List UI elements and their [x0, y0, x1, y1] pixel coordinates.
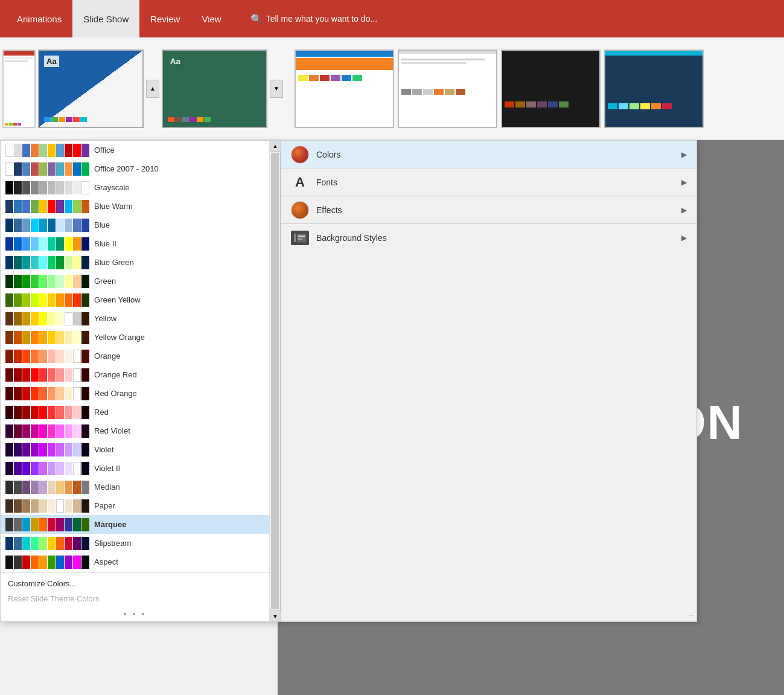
submenu-effects-arrow: ▶ [681, 206, 687, 214]
list-item-green[interactable]: Green [1, 272, 269, 290]
search-icon: 🔍 [250, 13, 263, 25]
list-item-red[interactable]: Red [1, 403, 269, 421]
list-item-median[interactable]: Median [1, 478, 269, 496]
label-violet: Violet [94, 445, 113, 454]
theme-thumb-1[interactable] [295, 50, 394, 128]
color-list-panel: Office Office 2007 - 2010 [0, 140, 281, 622]
label-marquee: Marquee [94, 520, 126, 529]
list-item-blue-warm[interactable]: Blue Warm [1, 197, 269, 216]
theme-thumb-4[interactable] [604, 50, 704, 128]
submenu-item-bgstyles[interactable]: Background Styles ▶ [281, 224, 696, 252]
list-item-red-violet[interactable]: Red Violet [1, 421, 269, 440]
label-median: Median [94, 482, 120, 492]
ribbon: Animations Slide Show Review View 🔍 Tell… [0, 0, 784, 37]
list-item-orange-red[interactable]: Orange Red [1, 365, 269, 384]
label-paper: Paper [94, 501, 115, 510]
label-violet-ii: Violet II [94, 464, 120, 473]
tab-view[interactable]: View [191, 0, 232, 37]
submenu-colors-arrow: ▶ [681, 150, 687, 159]
list-item-red-orange[interactable]: Red Orange [1, 384, 269, 403]
label-yellow-orange: Yellow Orange [94, 333, 145, 342]
submenu-colors-label: Colors [316, 150, 681, 159]
label-office: Office [94, 146, 115, 155]
submenu-bgstyles-label: Background Styles [316, 233, 681, 243]
list-item-marquee[interactable]: Marquee [1, 515, 269, 534]
label-green: Green [94, 277, 116, 286]
list-item-slipstream[interactable]: Slipstream [1, 534, 269, 552]
slide-thumb-2[interactable]: Aa [38, 50, 144, 128]
slide-thumb-1[interactable] [2, 50, 36, 128]
list-item-paper[interactable]: Paper [1, 496, 269, 515]
label-slipstream: Slipstream [94, 539, 131, 548]
label-office2007: Office 2007 - 2010 [94, 164, 159, 173]
label-orange-red: Orange Red [94, 370, 137, 379]
dropdown-panel: Office Office 2007 - 2010 [0, 140, 700, 622]
toolbar-row: Aa ▲ Aa ▼ [0, 37, 784, 140]
label-green-yellow: Green Yellow [94, 295, 141, 304]
list-scrollbar[interactable]: ▲ ▼ [269, 141, 280, 621]
label-blue: Blue [94, 220, 110, 229]
customize-colors-link[interactable]: Customize Colors... [1, 575, 269, 592]
color-list: Office Office 2007 - 2010 [1, 141, 269, 621]
slide-thumb-3[interactable]: Aa [162, 50, 267, 128]
tab-review[interactable]: Review [139, 0, 191, 37]
submenu-effects-label: Effects [316, 205, 681, 215]
theme-thumb-3[interactable] [501, 50, 601, 128]
scroll-up-arrow[interactable]: ▲ [270, 141, 281, 152]
scroll-thumb[interactable] [271, 153, 279, 609]
search-bar[interactable]: 🔍 Tell me what you want to do... [250, 13, 377, 25]
effects-icon [291, 201, 309, 219]
right-submenu: Colors ▶ A Fonts ▶ Effects ▶ [281, 140, 697, 622]
submenu-bgstyles-arrow: ▶ [681, 234, 687, 242]
submenu-fonts-arrow: ▶ [681, 178, 687, 187]
list-item-blue[interactable]: Blue [1, 216, 269, 234]
reset-theme-colors-link: Reset Slide Theme Colors [1, 592, 269, 608]
list-item-grayscale[interactable]: Grayscale [1, 178, 269, 197]
list-item-green-yellow[interactable]: Green Yellow [1, 290, 269, 309]
bottom-dots: • • • [1, 608, 269, 621]
list-item-violet[interactable]: Violet [1, 440, 269, 459]
list-item-blue-ii[interactable]: Blue II [1, 234, 269, 253]
submenu-fonts-label: Fonts [316, 178, 681, 187]
list-item-office[interactable]: Office [1, 141, 269, 159]
label-red-violet: Red Violet [94, 426, 130, 435]
label-grayscale: Grayscale [94, 183, 130, 192]
label-orange: Orange [94, 351, 120, 360]
scroll-up-btn[interactable]: ▲ [146, 80, 159, 98]
colors-icon [291, 146, 309, 164]
label-aspect: Aspect [94, 557, 118, 566]
scroll-down-btn[interactable]: ▼ [270, 80, 283, 98]
label-red-orange: Red Orange [94, 389, 137, 398]
label-yellow: Yellow [94, 314, 116, 323]
submenu-item-effects[interactable]: Effects ▶ [281, 196, 696, 224]
submenu-item-fonts[interactable]: A Fonts ▶ [281, 168, 696, 196]
list-item-office2007[interactable]: Office 2007 - 2010 [1, 159, 269, 178]
label-red: Red [94, 408, 109, 417]
theme-thumb-2[interactable] [398, 50, 497, 128]
label-blue-warm: Blue Warm [94, 202, 133, 211]
scroll-down-arrow[interactable]: ▼ [270, 610, 281, 621]
bgstyles-icon [291, 231, 309, 245]
tab-slideshow[interactable]: Slide Show [72, 0, 139, 37]
list-item-yellow-orange[interactable]: Yellow Orange [1, 328, 269, 347]
theme-thumbs-area [285, 50, 782, 128]
list-item-yellow[interactable]: Yellow [1, 309, 269, 328]
tab-animations[interactable]: Animations [6, 0, 72, 37]
label-blue-ii: Blue II [94, 239, 116, 248]
label-blue-green: Blue Green [94, 258, 134, 267]
search-label: Tell me what you want to do... [266, 14, 377, 24]
submenu-item-colors[interactable]: Colors ▶ [281, 141, 696, 168]
list-item-blue-green[interactable]: Blue Green [1, 253, 269, 272]
list-item-orange[interactable]: Orange [1, 347, 269, 365]
resize-handle: ⋯ [688, 613, 694, 619]
list-item-violet-ii[interactable]: Violet II [1, 459, 269, 478]
list-item-aspect[interactable]: Aspect [1, 552, 269, 571]
fonts-icon: A [291, 173, 309, 191]
